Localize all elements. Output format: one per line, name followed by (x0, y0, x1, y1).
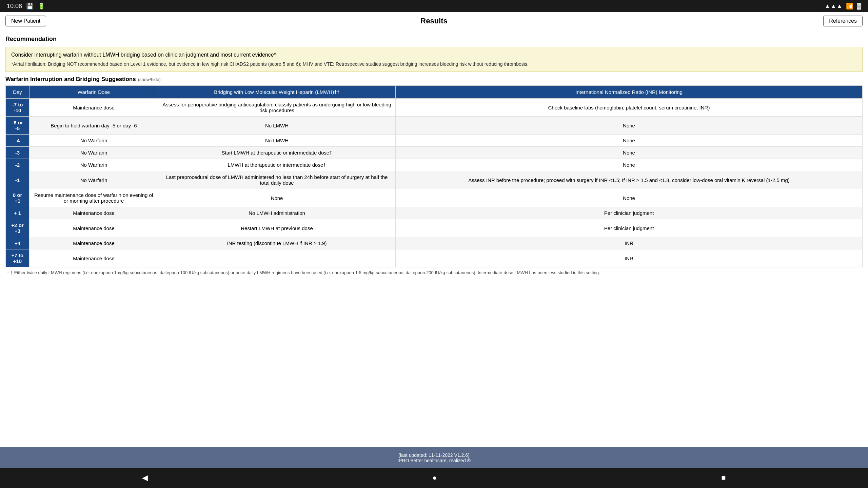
table-row: +2 or +3Maintenance doseRestart LMWH at … (6, 219, 863, 237)
table-row: +7 to +10Maintenance doseINR (6, 249, 863, 267)
table-row: +4Maintenance doseINR testing (discontin… (6, 237, 863, 249)
table-row: + 1Maintenance doseNo LMWH administratio… (6, 207, 863, 219)
footer-brand: IPRO Better healthcare, realized.® (397, 458, 471, 463)
day-cell: +7 to +10 (6, 249, 29, 267)
table-row: -7 to -10Maintenance doseAssess for peri… (6, 99, 863, 117)
battery-full-icon: ▓ (857, 3, 861, 10)
warfarin-cell: No Warfarin (29, 159, 158, 171)
warfarin-cell: Maintenance dose (29, 99, 158, 117)
col-header-bridging: Bridging with Low Molecular Weight Hepar… (158, 86, 396, 99)
inr-cell: None (396, 117, 863, 135)
battery-icon: 🔋 (38, 2, 45, 10)
bridging-cell: Assess for perioperative bridging antico… (158, 99, 396, 117)
recommendation-main-text: Consider interrupting warfarin without L… (11, 52, 857, 58)
col-header-day: Day (6, 86, 29, 99)
table-row: -6 or -5Begin to hold warfarin day -5 or… (6, 117, 863, 135)
inr-cell: INR (396, 249, 863, 267)
table-row: -4No WarfarinNo LMWHNone (6, 135, 863, 147)
new-patient-button[interactable]: New Patient (5, 16, 46, 26)
table-row: -3No WarfarinStart LMWH at therapeutic o… (6, 147, 863, 159)
bridging-cell: LMWH at therapeutic or intermediate dose… (158, 159, 396, 171)
warfarin-cell: Maintenance dose (29, 237, 158, 249)
col-header-warfarin: Warfarin Dose (29, 86, 158, 99)
day-cell: -4 (6, 135, 29, 147)
day-cell: +2 or +3 (6, 219, 29, 237)
home-button[interactable]: ● (419, 471, 450, 485)
table-row: 0 or +1Resume maintenance dose of warfar… (6, 189, 863, 207)
references-button[interactable]: References (823, 16, 863, 26)
signal-icon: 📶 (846, 2, 853, 10)
main-content: Recommendation Consider interrupting war… (0, 30, 868, 279)
inr-cell: Check baseline labs (hemoglobin, platele… (396, 99, 863, 117)
inr-cell: Per clinician judgment (396, 219, 863, 237)
recents-button[interactable]: ■ (708, 471, 739, 485)
warfarin-cell: Begin to hold warfarin day -5 or day -6 (29, 117, 158, 135)
status-bar-right: ▲▲▲ 📶 ▓ (824, 2, 861, 10)
table-body: -7 to -10Maintenance doseAssess for peri… (6, 99, 863, 267)
footnote-dagger: † (7, 270, 9, 275)
inr-cell: None (396, 189, 863, 207)
save-icon: 💾 (26, 2, 34, 10)
footnote-text: † Either twice daily LMWH regimens (i.e.… (11, 270, 600, 275)
recommendation-title: Recommendation (5, 34, 863, 44)
day-cell: -7 to -10 (6, 99, 29, 117)
show-hide-link[interactable]: (show/hide) (138, 77, 161, 82)
bridging-cell (158, 249, 396, 267)
wifi-icon: ▲▲▲ (824, 3, 842, 10)
warfarin-cell: Maintenance dose (29, 219, 158, 237)
warfarin-cell: No Warfarin (29, 147, 158, 159)
inr-cell: None (396, 135, 863, 147)
page-title: Results (420, 17, 447, 25)
inr-cell: None (396, 147, 863, 159)
warfarin-cell: Maintenance dose (29, 249, 158, 267)
warfarin-cell: No Warfarin (29, 135, 158, 147)
day-cell: 0 or +1 (6, 189, 29, 207)
bridging-cell: Last preprocedural dose of LMWH administ… (158, 171, 396, 189)
inr-cell: Per clinician judgment (396, 207, 863, 219)
time-display: 10:08 (7, 3, 22, 10)
bridging-cell: No LMWH (158, 135, 396, 147)
bridging-cell: Start LMWH at therapeutic or intermediat… (158, 147, 396, 159)
warfarin-cell: No Warfarin (29, 171, 158, 189)
day-cell: +4 (6, 237, 29, 249)
top-nav: New Patient Results References (0, 12, 868, 30)
status-bar-left: 10:08 💾 🔋 (7, 2, 45, 10)
day-cell: -3 (6, 147, 29, 159)
warfarin-cell: Maintenance dose (29, 207, 158, 219)
bridging-section-title: Warfarin Interruption and Bridging Sugge… (5, 76, 863, 83)
inr-cell: Assess INR before the procedure; proceed… (396, 171, 863, 189)
warfarin-cell: Resume maintenance dose of warfarin on e… (29, 189, 158, 207)
col-header-inr: International Normalized Ratio (INR) Mon… (396, 86, 863, 99)
day-cell: -2 (6, 159, 29, 171)
day-cell: -6 or -5 (6, 117, 29, 135)
inr-cell: INR (396, 237, 863, 249)
recommendation-note-text: *Atrial fibrillation: Bridging NOT recom… (11, 61, 857, 67)
table-row: -1No WarfarinLast preprocedural dose of … (6, 171, 863, 189)
footer-updated: (last updated: 11-11-2022 V1.2.6) (398, 452, 469, 458)
day-cell: -1 (6, 171, 29, 189)
back-button[interactable]: ◀ (129, 471, 161, 485)
table-header-row: Day Warfarin Dose Bridging with Low Mole… (6, 86, 863, 99)
android-nav: ◀ ● ■ (0, 468, 868, 488)
day-cell: + 1 (6, 207, 29, 219)
bridging-cell: Restart LMWH at previous dose (158, 219, 396, 237)
bridging-cell: No LMWH (158, 117, 396, 135)
table-row: -2No WarfarinLMWH at therapeutic or inte… (6, 159, 863, 171)
warfarin-table: Day Warfarin Dose Bridging with Low Mole… (5, 85, 863, 267)
app-footer: (last updated: 11-11-2022 V1.2.6) IPRO B… (0, 447, 868, 468)
inr-cell: None (396, 159, 863, 171)
bridging-cell: No LMWH administration (158, 207, 396, 219)
recommendation-box: Consider interrupting warfarin without L… (5, 47, 863, 72)
table-footnote: † † Either twice daily LMWH regimens (i.… (5, 270, 863, 275)
bridging-title-text: Warfarin Interruption and Bridging Sugge… (5, 76, 136, 83)
bridging-cell: None (158, 189, 396, 207)
bridging-cell: INR testing (discontinue LMWH if INR > 1… (158, 237, 396, 249)
status-bar: 10:08 💾 🔋 ▲▲▲ 📶 ▓ (0, 0, 868, 12)
